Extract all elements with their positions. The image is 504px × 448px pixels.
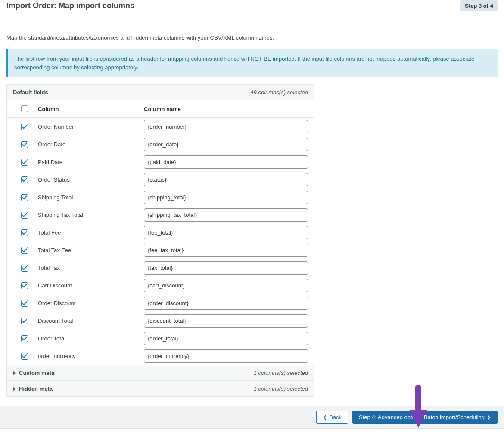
row-label: Shipping Total — [38, 194, 144, 201]
table-row: Discount Total — [7, 312, 314, 330]
column-name-input[interactable] — [144, 261, 308, 275]
row-checkbox[interactable] — [21, 335, 28, 342]
default-fields-title: Default fields — [13, 89, 48, 96]
row-label: Order Discount — [38, 300, 144, 306]
table-row: Order Discount — [7, 294, 314, 312]
default-fields-count: 49 columns(s) selected — [250, 89, 308, 96]
row-value-cell — [144, 314, 310, 328]
column-name-input[interactable] — [144, 120, 308, 133]
column-name-input[interactable] — [144, 226, 308, 239]
hidden-meta-expander[interactable]: Hidden meta — [13, 386, 53, 392]
column-name-input[interactable] — [144, 173, 308, 186]
column-name-input[interactable] — [144, 191, 308, 204]
row-label: Discount Total — [38, 318, 144, 324]
table-row: Order Status — [7, 171, 314, 188]
chevron-right-icon — [13, 387, 16, 391]
table-row: Total Tax Fee — [7, 241, 314, 259]
mapping-panel: Default fields 49 columns(s) selected Co… — [6, 84, 314, 397]
row-checkbox[interactable] — [21, 124, 28, 130]
row-checkbox[interactable] — [21, 282, 28, 289]
select-all-checkbox[interactable] — [21, 105, 28, 112]
row-checkbox[interactable] — [21, 265, 28, 272]
row-checkbox-cell — [11, 282, 38, 289]
back-button-label: Back — [329, 414, 342, 420]
row-label: order_currency — [38, 353, 144, 359]
row-checkbox-cell — [11, 229, 38, 236]
next-step-label: Step 4: Advanced options/Batch import/Sc… — [359, 414, 485, 420]
table-header-row: Column Column name — [7, 100, 314, 118]
row-label: Order Date — [38, 141, 144, 148]
chevron-left-icon — [323, 415, 327, 420]
row-value-cell — [144, 332, 310, 345]
chevron-right-icon — [487, 415, 491, 420]
footer-bar: Back Step 4: Advanced options/Batch impo… — [0, 406, 504, 428]
rows-container: Order NumberOrder DatePaid DateOrder Sta… — [7, 118, 314, 365]
row-checkbox[interactable] — [21, 353, 28, 360]
table-row: Total Tax — [7, 259, 314, 277]
content-area: Map the standard/meta/attributes/taxonom… — [0, 17, 504, 406]
page-container: Import Order: Map import columns Step 3 … — [0, 0, 504, 429]
row-checkbox-cell — [11, 335, 38, 342]
custom-meta-expander[interactable]: Custom meta — [13, 370, 54, 376]
table-row: Shipping Total — [7, 188, 314, 206]
row-checkbox[interactable] — [21, 159, 28, 166]
row-checkbox-cell — [11, 353, 38, 360]
table-row: Order Total — [7, 330, 314, 347]
row-checkbox[interactable] — [21, 194, 28, 201]
description-text: Map the standard/meta/attributes/taxonom… — [6, 34, 498, 41]
row-label: Shipping Tax Total — [38, 212, 144, 218]
hidden-meta-title: Hidden meta — [19, 386, 53, 392]
column-name-input[interactable] — [144, 297, 308, 310]
column-name-input[interactable] — [144, 208, 308, 222]
row-checkbox[interactable] — [21, 229, 28, 236]
row-value-cell — [144, 279, 310, 292]
row-checkbox-cell — [11, 124, 38, 130]
default-fields-section-header: Default fields 49 columns(s) selected — [7, 85, 314, 100]
row-checkbox-cell — [11, 300, 38, 307]
column-name-input[interactable] — [144, 244, 308, 257]
row-value-cell — [144, 191, 310, 204]
custom-meta-section-header[interactable]: Custom meta 1 columns(s) selected — [7, 365, 314, 381]
row-label: Order Status — [38, 176, 144, 183]
column-name-input[interactable] — [144, 279, 308, 292]
row-checkbox[interactable] — [21, 141, 28, 148]
back-button[interactable]: Back — [316, 411, 348, 424]
row-checkbox[interactable] — [21, 176, 28, 183]
row-value-cell — [144, 208, 310, 222]
row-label: Total Tax Fee — [38, 247, 144, 253]
row-value-cell — [144, 120, 310, 133]
column-name-input[interactable] — [144, 349, 308, 363]
column-header-label: Column — [38, 106, 144, 112]
table-row: Total Fee — [7, 224, 314, 241]
row-value-cell — [144, 244, 310, 257]
page-title: Import Order: Map import columns — [6, 1, 134, 10]
table-row: Order Number — [7, 118, 314, 136]
row-label: Order Total — [38, 335, 144, 342]
row-label: Total Fee — [38, 229, 144, 236]
page-header: Import Order: Map import columns Step 3 … — [0, 0, 504, 17]
hidden-meta-section-header[interactable]: Hidden meta 1 columns(s) selected — [7, 381, 314, 397]
row-checkbox-cell — [11, 141, 38, 148]
row-value-cell — [144, 297, 310, 310]
row-label: Total Tax — [38, 265, 144, 271]
column-name-input[interactable] — [144, 138, 308, 151]
step-badge: Step 3 of 4 — [460, 0, 498, 11]
column-name-input[interactable] — [144, 155, 308, 169]
row-checkbox-cell — [11, 265, 38, 272]
row-checkbox[interactable] — [21, 247, 28, 254]
column-name-input[interactable] — [144, 332, 308, 345]
next-step-button[interactable]: Step 4: Advanced options/Batch import/Sc… — [352, 411, 498, 424]
chevron-right-icon — [13, 371, 16, 375]
row-checkbox-cell — [11, 159, 38, 166]
column-name-input[interactable] — [144, 314, 308, 328]
table-row: Paid Date — [7, 153, 314, 171]
row-checkbox-cell — [11, 318, 38, 324]
row-checkbox[interactable] — [21, 300, 28, 307]
row-checkbox[interactable] — [21, 318, 28, 324]
table-row: Cart Discount — [7, 277, 314, 294]
row-value-cell — [144, 226, 310, 239]
row-label: Paid Date — [38, 159, 144, 165]
row-checkbox[interactable] — [21, 212, 28, 219]
row-checkbox-cell — [11, 194, 38, 201]
column-header-name: Column name — [144, 106, 310, 112]
